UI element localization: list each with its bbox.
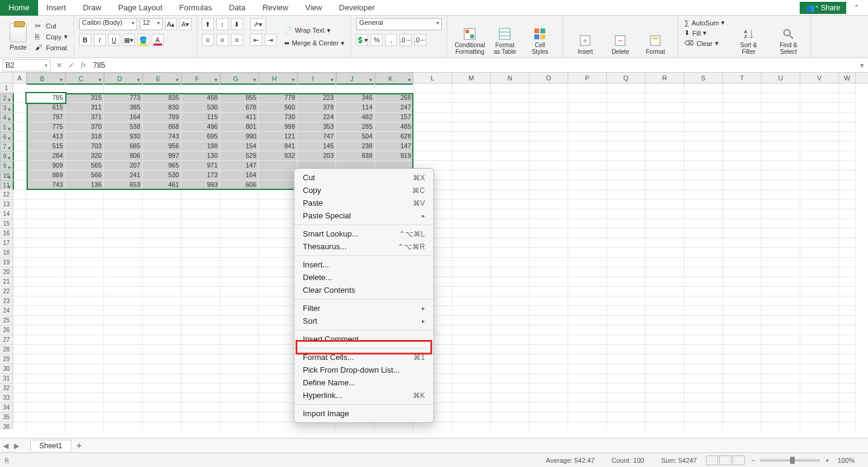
row-header-5[interactable]: 5: [0, 122, 14, 132]
cell-A17[interactable]: [13, 238, 27, 248]
cell-O33[interactable]: [530, 393, 568, 403]
cell-E22[interactable]: [143, 287, 181, 296]
cell-N29[interactable]: [491, 354, 530, 364]
cell-L2[interactable]: [413, 93, 452, 103]
cell-G15[interactable]: [220, 219, 259, 229]
cell-G31[interactable]: [220, 374, 259, 384]
cell-G30[interactable]: [220, 364, 259, 374]
cell-N28[interactable]: [491, 345, 530, 354]
cell-U31[interactable]: [762, 374, 800, 384]
cell-H11[interactable]: [259, 180, 297, 190]
cell-R17[interactable]: [646, 238, 684, 248]
cell-F9[interactable]: 971: [181, 161, 220, 171]
cell-U10[interactable]: [762, 171, 800, 180]
cell-N1[interactable]: [491, 83, 530, 93]
font-name-select[interactable]: Calibri (Body): [79, 18, 137, 30]
align-center-button[interactable]: ≡: [216, 34, 228, 46]
cell-W7[interactable]: [839, 142, 856, 151]
cell-G26[interactable]: [220, 325, 259, 335]
border-button[interactable]: ▦▾: [123, 34, 135, 46]
font-size-select[interactable]: 12: [140, 18, 163, 30]
cell-T12[interactable]: [723, 190, 762, 200]
column-header-F[interactable]: F: [181, 73, 220, 85]
cell-H17[interactable]: [259, 238, 297, 248]
cell-A1[interactable]: [13, 83, 27, 93]
cell-E35[interactable]: [143, 413, 181, 422]
share-button[interactable]: 👥⁺ Share: [800, 2, 846, 14]
cell-D15[interactable]: [104, 219, 143, 229]
cell-S24[interactable]: [684, 306, 723, 316]
cell-C4[interactable]: 371: [65, 113, 104, 122]
cell-E5[interactable]: 868: [143, 122, 181, 132]
cell-P4[interactable]: [568, 113, 607, 122]
cell-M15[interactable]: [452, 219, 491, 229]
cell-U17[interactable]: [762, 238, 800, 248]
cell-D23[interactable]: [104, 296, 143, 306]
cell-D6[interactable]: 930: [104, 132, 143, 142]
cell-P15[interactable]: [568, 219, 607, 229]
cell-R13[interactable]: [646, 200, 684, 209]
delete-cells-button[interactable]: −Delete: [603, 18, 638, 55]
column-header-C[interactable]: C: [65, 73, 104, 85]
cell-V24[interactable]: [800, 306, 839, 316]
cell-R11[interactable]: [646, 180, 684, 190]
row-header-30[interactable]: 30: [0, 364, 13, 374]
cell-U29[interactable]: [762, 354, 800, 364]
copy-button[interactable]: Copy ▾: [34, 32, 69, 42]
row-header-34[interactable]: 34: [0, 403, 13, 413]
row-header-2[interactable]: 2: [0, 93, 14, 103]
conditional-formatting-button[interactable]: Conditional Formatting: [452, 18, 487, 55]
cell-R33[interactable]: [646, 393, 684, 403]
currency-button[interactable]: 💲▾: [356, 34, 368, 46]
cell-A25[interactable]: [13, 316, 27, 325]
context-menu-paste-special[interactable]: Paste Special: [294, 209, 433, 222]
cell-M3[interactable]: [452, 103, 491, 113]
cell-O18[interactable]: [530, 248, 568, 258]
cell-R22[interactable]: [646, 287, 684, 296]
cell-V11[interactable]: [800, 180, 839, 190]
cell-M17[interactable]: [452, 238, 491, 248]
cell-T25[interactable]: [723, 316, 762, 325]
cell-E21[interactable]: [143, 277, 181, 287]
cell-N27[interactable]: [491, 335, 530, 345]
cell-G25[interactable]: [220, 316, 259, 325]
cell-E16[interactable]: [143, 229, 181, 238]
add-sheet-button[interactable]: +: [76, 440, 82, 451]
cell-Q31[interactable]: [607, 374, 646, 384]
row-header-12[interactable]: 12: [0, 190, 13, 200]
cell-C18[interactable]: [65, 248, 104, 258]
cell-B4[interactable]: 797: [27, 113, 65, 122]
cell-M35[interactable]: [452, 413, 491, 422]
cell-G19[interactable]: [220, 258, 259, 267]
cell-F22[interactable]: [181, 287, 220, 296]
cell-S8[interactable]: [684, 151, 723, 161]
cell-I1[interactable]: [297, 83, 336, 93]
cell-A29[interactable]: [13, 354, 27, 364]
cell-M10[interactable]: [452, 171, 491, 180]
cell-G7[interactable]: 154: [220, 142, 259, 151]
cell-O16[interactable]: [530, 229, 568, 238]
cell-O6[interactable]: [530, 132, 568, 142]
cell-J3[interactable]: 114: [336, 103, 375, 113]
cell-M18[interactable]: [452, 248, 491, 258]
cell-F19[interactable]: [181, 258, 220, 267]
cell-E15[interactable]: [143, 219, 181, 229]
cell-W8[interactable]: [839, 151, 856, 161]
cell-F14[interactable]: [181, 209, 220, 219]
cell-J7[interactable]: 238: [336, 142, 375, 151]
cell-G18[interactable]: [220, 248, 259, 258]
row-header-14[interactable]: 14: [0, 209, 13, 219]
context-menu-filter[interactable]: Filter: [294, 302, 433, 315]
cell-Q35[interactable]: [607, 413, 646, 422]
cell-N18[interactable]: [491, 248, 530, 258]
cell-T9[interactable]: [723, 161, 762, 171]
comma-button[interactable]: ,: [385, 34, 397, 46]
cell-C35[interactable]: [65, 413, 104, 422]
cell-U14[interactable]: [762, 209, 800, 219]
autosum-button[interactable]: ∑ AutoSum ▾: [683, 18, 726, 27]
formula-input[interactable]: 785: [89, 61, 856, 70]
cell-S15[interactable]: [684, 219, 723, 229]
row-header-27[interactable]: 27: [0, 335, 13, 345]
cell-C19[interactable]: [65, 258, 104, 267]
cell-N14[interactable]: [491, 209, 530, 219]
